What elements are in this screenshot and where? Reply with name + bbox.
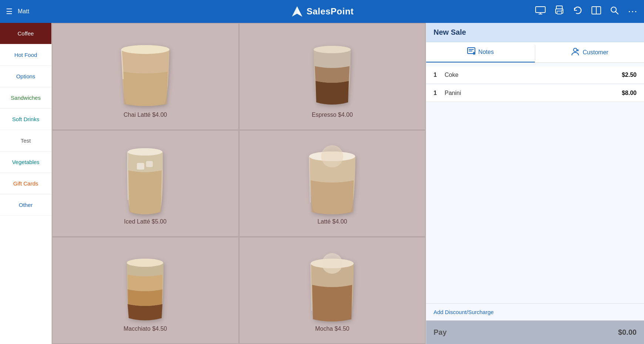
logo: SalesPoint	[290, 5, 354, 18]
tab-customer-label: Customer	[583, 49, 608, 56]
svg-point-28	[322, 253, 343, 274]
order-item-price-coke: $2.50	[622, 72, 637, 78]
sidebar-item-vegetables[interactable]: Vegetables	[0, 151, 51, 173]
product-card-espresso[interactable]: Espresso $4.00	[239, 23, 426, 130]
sidebar-item-hot-food[interactable]: Hot Food	[0, 44, 51, 66]
sidebar-item-coffee[interactable]: Coffee	[0, 23, 51, 44]
sidebar-item-test[interactable]: Test	[0, 130, 51, 151]
more-icon[interactable]: ⋯	[628, 6, 638, 17]
svg-point-18	[128, 148, 162, 156]
sidebar-item-other[interactable]: Other	[0, 194, 51, 216]
notes-icon	[467, 47, 475, 57]
product-card-iced-latte[interactable]: Iced Latté $5.00	[52, 130, 239, 237]
header-actions: ⋯	[535, 6, 638, 17]
header: ☰ Matt SalesPoint ⋯	[0, 0, 644, 23]
svg-point-25	[127, 259, 163, 267]
product-grid: Chai Latté $4.00 Esp	[52, 23, 426, 344]
product-image-espresso	[299, 35, 365, 109]
product-label-macchiato: Macchiato $4.50	[124, 326, 167, 332]
product-image-chai-latte	[112, 35, 179, 109]
order-item-name-coke: Coke	[445, 72, 622, 78]
svg-rect-20	[146, 161, 153, 167]
tab-bar: Notes Customer	[426, 42, 644, 63]
menu-icon[interactable]: ☰	[6, 7, 13, 16]
order-item-price-panini: $8.00	[622, 90, 637, 96]
order-item-panini[interactable]: 1 Panini $8.00	[426, 85, 644, 102]
product-label-latte: Latté $4.00	[317, 218, 347, 225]
order-item-qty-coke: 1	[434, 72, 445, 78]
svg-point-14	[121, 45, 169, 54]
logo-text: SalesPoint	[307, 6, 354, 17]
customer-icon	[571, 47, 580, 57]
layout-icon[interactable]	[591, 6, 601, 17]
logo-icon	[290, 5, 304, 18]
svg-marker-1	[297, 6, 302, 17]
svg-rect-2	[536, 7, 545, 13]
product-card-latte[interactable]: Latté $4.00	[239, 130, 426, 237]
tab-notes[interactable]: Notes	[426, 42, 535, 62]
order-item-coke[interactable]: 1 Coke $2.50	[426, 67, 644, 84]
svg-rect-5	[556, 6, 562, 9]
product-card-chai-latte[interactable]: Chai Latté $4.00	[52, 23, 239, 130]
order-item-qty-panini: 1	[434, 90, 445, 96]
search-icon[interactable]	[610, 6, 619, 17]
pay-button[interactable]: Pay $0.00	[426, 320, 644, 344]
right-panel: New Sale Notes Customer 1 Coke $2.50	[426, 23, 644, 344]
sidebar-item-gift-cards[interactable]: Gift Cards	[0, 173, 51, 194]
order-item-name-panini: Panini	[445, 90, 622, 96]
product-label-mocha: Mocha $4.50	[315, 326, 350, 332]
new-sale-title: New Sale	[434, 28, 466, 36]
sidebar-item-options[interactable]: Options	[0, 66, 51, 87]
product-label-espresso: Espresso $4.00	[312, 112, 353, 118]
display-icon[interactable]	[535, 6, 546, 17]
product-image-macchiato	[112, 249, 179, 323]
refresh-icon[interactable]	[573, 6, 583, 17]
user-label: Matt	[18, 8, 29, 15]
product-image-iced-latte	[112, 142, 179, 215]
product-label-chai-latte: Chai Latté $4.00	[124, 112, 167, 118]
svg-point-16	[314, 46, 351, 53]
new-sale-header: New Sale	[426, 23, 644, 42]
svg-line-12	[616, 11, 618, 14]
product-card-mocha[interactable]: Mocha $4.50	[239, 237, 426, 344]
tab-customer[interactable]: Customer	[535, 42, 644, 62]
product-image-mocha	[299, 249, 365, 323]
product-image-latte	[299, 142, 365, 215]
main-layout: Coffee Hot Food Options Sandwiches Soft …	[0, 23, 644, 344]
pay-amount: $0.00	[618, 328, 637, 337]
print-icon[interactable]	[554, 6, 564, 17]
order-items: 1 Coke $2.50 1 Panini $8.00	[426, 63, 644, 303]
tab-notes-label: Notes	[478, 49, 494, 55]
product-label-iced-latte: Iced Latté $5.00	[124, 218, 166, 225]
discount-link[interactable]: Add Discount/Surcharge	[426, 303, 644, 320]
svg-point-8	[562, 10, 563, 11]
sidebar-item-sandwiches[interactable]: Sandwiches	[0, 87, 51, 109]
svg-point-23	[321, 145, 343, 167]
sidebar: Coffee Hot Food Options Sandwiches Soft …	[0, 23, 52, 344]
product-card-macchiato[interactable]: Macchiato $4.50	[52, 237, 239, 344]
svg-rect-19	[137, 163, 144, 170]
svg-point-31	[574, 48, 577, 52]
sidebar-item-soft-drinks[interactable]: Soft Drinks	[0, 109, 51, 130]
svg-rect-7	[557, 11, 562, 14]
pay-label: Pay	[434, 328, 447, 337]
